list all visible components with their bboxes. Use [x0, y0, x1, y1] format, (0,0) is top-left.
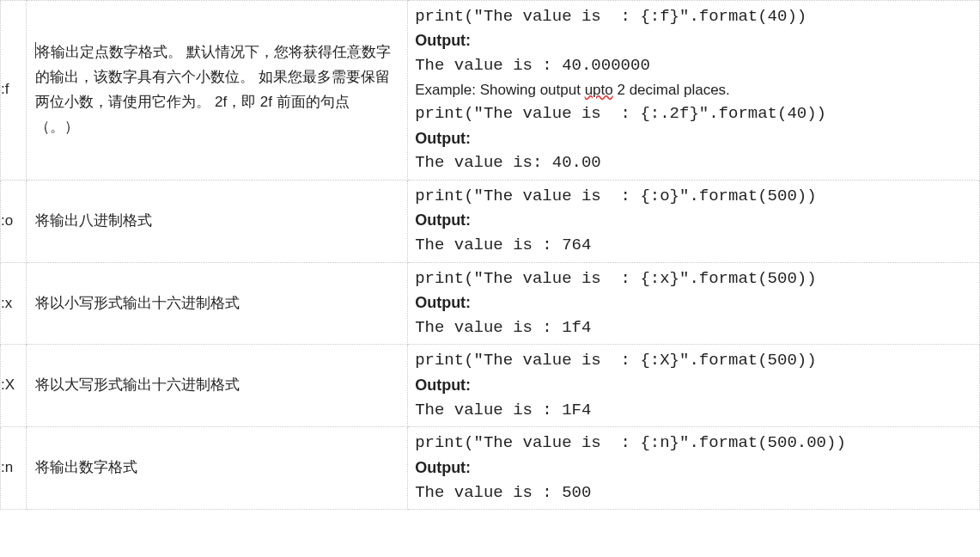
example-cell: print("The value is : {:x}".format(500))… — [408, 262, 980, 345]
example-cell: print("The value is : {:X}".format(500))… — [408, 345, 980, 427]
example-cell: print("The value is : {:f}".format(40)) … — [408, 1, 980, 181]
output-text: The value is : 1f4 — [415, 315, 972, 340]
output-label: Output: — [415, 29, 972, 53]
output-label: Output: — [415, 209, 972, 233]
spec-cell: :X — [1, 345, 27, 427]
table-row: :x 将以小写形式输出十六进制格式 print("The value is : … — [1, 262, 980, 345]
example-cell: print("The value is : {:o}".format(500))… — [408, 180, 980, 262]
code-line: print("The value is : {:n}".format(500.0… — [415, 431, 972, 456]
output-text: The value is : 764 — [415, 233, 972, 258]
output-label: Output: — [415, 127, 972, 151]
desc-cell: 将以大写形式输出十六进制格式 — [27, 345, 408, 427]
spellcheck-underline: upto — [585, 82, 613, 98]
code-line: print("The value is : {:X}".format(500)) — [415, 348, 972, 373]
output-text: The value is : 500 — [415, 480, 972, 505]
code-line: print("The value is : {:x}".format(500)) — [415, 266, 972, 291]
code-line: print("The value is : {:f}".format(40)) — [415, 4, 972, 29]
output-label: Output: — [415, 291, 972, 315]
output-label: Output: — [415, 456, 972, 480]
example-note: Example: Showing output upto 2 decimal p… — [415, 79, 972, 101]
output-text: The value is: 40.00 — [415, 150, 972, 175]
format-spec-table: :f 将输出定点数字格式。 默认情况下，您将获得任意数字的输出，该数字具有六个小… — [0, 0, 980, 510]
spec-cell: :o — [1, 180, 27, 262]
desc-cell: 将输出定点数字格式。 默认情况下，您将获得任意数字的输出，该数字具有六个小数位。… — [27, 1, 408, 181]
desc-cell: 将输出八进制格式 — [27, 180, 408, 262]
output-text: The value is : 1F4 — [415, 398, 972, 423]
table-row: :X 将以大写形式输出十六进制格式 print("The value is : … — [1, 345, 980, 427]
code-line: print("The value is : {:o}".format(500)) — [415, 184, 972, 209]
desc-cell: 将输出数字格式 — [27, 427, 408, 510]
desc-text: 将输出定点数字格式。 默认情况下，您将获得任意数字的输出，该数字具有六个小数位。… — [35, 44, 391, 135]
table-row: :n 将输出数字格式 print("The value is : {:n}".f… — [1, 427, 980, 510]
table-row: :o 将输出八进制格式 print("The value is : {:o}".… — [1, 180, 980, 262]
spec-cell: :n — [1, 427, 27, 510]
code-line: print("The value is : {:.2f}".format(40)… — [415, 101, 972, 126]
spec-cell: :x — [1, 262, 27, 345]
output-text: The value is : 40.000000 — [415, 53, 972, 78]
example-cell: print("The value is : {:n}".format(500.0… — [408, 427, 980, 510]
spec-cell: :f — [1, 1, 27, 181]
output-label: Output: — [415, 374, 972, 398]
table-row: :f 将输出定点数字格式。 默认情况下，您将获得任意数字的输出，该数字具有六个小… — [1, 1, 980, 181]
desc-cell: 将以小写形式输出十六进制格式 — [27, 262, 408, 345]
